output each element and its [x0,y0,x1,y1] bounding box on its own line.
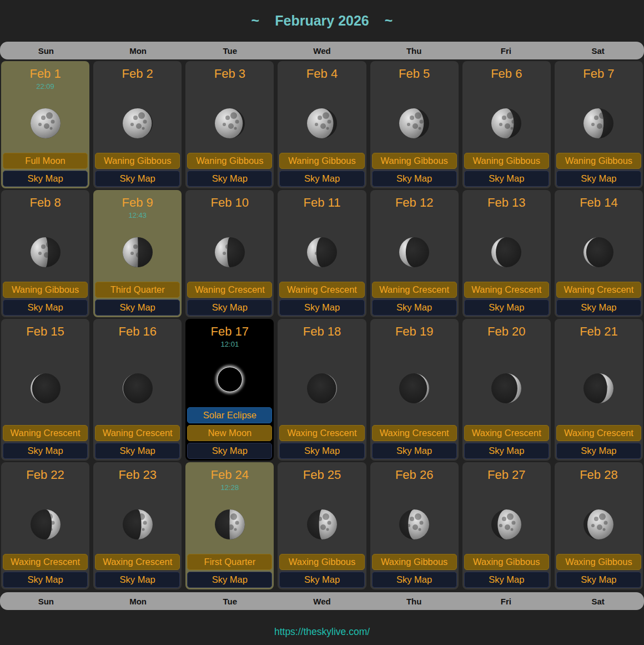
theskylive-link[interactable]: https://theskylive.com/ [274,626,370,637]
phase-button[interactable]: Waning Gibbous [95,153,180,169]
phase-button[interactable]: Waxing Crescent [279,425,364,441]
day-date: Feb 13 [487,196,526,209]
day-buttons: Waxing GibbousSky Map [278,554,366,589]
day-buttons: Waxing CrescentSky Map [1,554,89,589]
day-buttons: Waning CrescentSky Map [462,282,551,317]
day-buttons: Waxing CrescentSky Map [93,554,182,589]
weekday-label: Tue [184,597,276,606]
solar-eclipse-button[interactable]: Solar Eclipse [187,407,272,423]
title-tilde-left: ~ [251,13,260,29]
day-cell: Feb 4Waning GibbousSky Map [278,61,366,188]
phase-button[interactable]: Waning Crescent [187,282,272,298]
sky-map-button[interactable]: Sky Map [279,443,364,459]
day-cell: Feb 2Waning GibbousSky Map [93,61,182,188]
moon-phase-icon [28,222,63,282]
day-buttons: Waning GibbousSky Map [93,153,182,188]
sky-map-button[interactable]: Sky Map [372,171,457,187]
sky-map-button[interactable]: Sky Map [187,443,272,459]
phase-button[interactable]: New Moon [187,425,272,441]
day-date: Feb 10 [211,196,249,209]
day-buttons: Waxing CrescentSky Map [555,425,643,461]
day-buttons: Waning CrescentSky Map [93,425,182,461]
sky-map-button[interactable]: Sky Map [372,299,457,316]
phase-button[interactable]: Waning Crescent [556,282,641,298]
day-cell: Feb 26Waxing GibbousSky Map [370,462,459,589]
phase-button[interactable]: Waning Crescent [95,425,180,441]
moon-phase-icon [397,93,431,153]
weekday-label: Thu [368,597,460,606]
sky-map-button[interactable]: Sky Map [279,299,364,316]
sky-map-button[interactable]: Sky Map [464,443,549,459]
phase-button[interactable]: Waxing Gibbous [556,554,641,570]
sky-map-button[interactable]: Sky Map [3,572,88,588]
day-date: Feb 4 [306,67,338,81]
moon-phase-icon [28,93,63,153]
sky-map-button[interactable]: Sky Map [464,572,549,588]
sky-map-button[interactable]: Sky Map [187,171,272,187]
sky-map-button[interactable]: Sky Map [3,171,88,187]
sky-map-button[interactable]: Sky Map [95,443,180,459]
phase-button[interactable]: Waning Gibbous [3,282,88,298]
sky-map-button[interactable]: Sky Map [95,171,180,187]
phase-button[interactable]: Waxing Gibbous [464,554,549,570]
sky-map-button[interactable]: Sky Map [372,443,457,459]
moon-phase-icon [305,494,339,554]
phase-button[interactable]: Waxing Gibbous [372,554,457,570]
day-buttons: Waxing GibbousSky Map [555,554,643,589]
phase-button[interactable]: Waning Gibbous [464,153,549,169]
day-cell: Feb 21Waxing CrescentSky Map [555,319,643,461]
day-cell: Feb 912:43Third QuarterSky Map [93,190,182,317]
day-buttons: Waxing GibbousSky Map [370,554,459,589]
page-title: February 2026 [275,13,369,29]
phase-button[interactable]: Waning Crescent [3,425,88,441]
moon-phase-icon [397,351,431,425]
day-buttons: Waxing CrescentSky Map [370,425,459,461]
phase-button[interactable]: Full Moon [3,153,88,169]
phase-button[interactable]: Waxing Crescent [95,554,180,570]
day-date: Feb 16 [118,324,157,338]
moon-phase-icon [489,351,524,425]
phase-button[interactable]: First Quarter [187,554,272,570]
sky-map-button[interactable]: Sky Map [556,443,641,459]
sky-map-button[interactable]: Sky Map [187,572,272,588]
phase-button[interactable]: Waxing Crescent [372,425,457,441]
phase-button[interactable]: Waxing Crescent [464,425,549,441]
phase-button[interactable]: Waning Gibbous [279,153,364,169]
phase-button[interactable]: Waning Crescent [279,282,364,298]
day-cell: Feb 15Waning CrescentSky Map [1,319,89,461]
day-cell: Feb 3Waning GibbousSky Map [185,61,274,188]
sky-map-button[interactable]: Sky Map [3,299,88,316]
sky-map-button[interactable]: Sky Map [556,171,641,187]
phase-button[interactable]: Waning Gibbous [187,153,272,169]
sky-map-button[interactable]: Sky Map [279,572,364,588]
sky-map-button[interactable]: Sky Map [464,299,549,316]
phase-button[interactable]: Waxing Crescent [556,425,641,441]
phase-button[interactable]: Waning Crescent [372,282,457,298]
weekday-label: Sun [0,46,92,56]
moon-phase-icon [489,93,524,153]
phase-button[interactable]: Waning Crescent [464,282,549,298]
sky-map-button[interactable]: Sky Map [556,572,641,588]
sky-map-button[interactable]: Sky Map [95,299,180,316]
day-buttons: Waning GibbousSky Map [278,153,366,188]
phase-button[interactable]: Third Quarter [95,282,180,298]
phase-button[interactable]: Waxing Crescent [3,554,88,570]
sky-map-button[interactable]: Sky Map [187,299,272,316]
sky-map-button[interactable]: Sky Map [95,572,180,588]
phase-button[interactable]: Waxing Gibbous [279,554,364,570]
day-date: Feb 15 [26,324,64,338]
sky-map-button[interactable]: Sky Map [556,299,641,316]
sky-map-button[interactable]: Sky Map [3,443,88,459]
phase-button[interactable]: Waning Gibbous [372,153,457,169]
phase-time: 22:09 [36,82,54,93]
day-cell: Feb 5Waning GibbousSky Map [370,61,459,188]
sky-map-button[interactable]: Sky Map [279,171,364,187]
moon-phase-icon [581,222,616,282]
sky-map-button[interactable]: Sky Map [464,171,549,187]
moon-phase-icon [305,351,339,425]
sky-map-button[interactable]: Sky Map [372,572,457,588]
moon-phase-icon [397,222,431,282]
day-buttons: Waning CrescentSky Map [185,282,274,317]
day-cell: Feb 22Waxing CrescentSky Map [1,462,89,589]
phase-button[interactable]: Waning Gibbous [556,153,641,169]
